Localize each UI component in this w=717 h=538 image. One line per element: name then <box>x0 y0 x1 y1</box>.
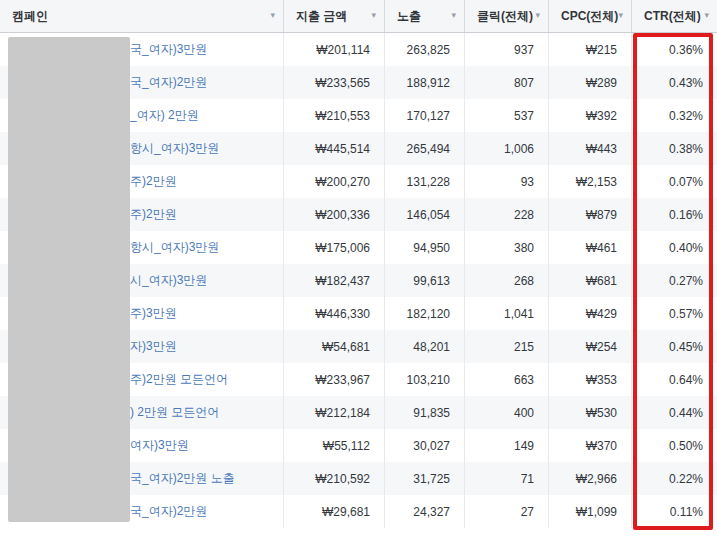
clicks-cell: 380 <box>465 231 549 264</box>
table-row: 시_여자)3만원₩182,43799,613268₩6810.27% <box>0 264 717 297</box>
spend-cell: ₩55,112 <box>284 429 385 462</box>
cpc-cell: ₩2,966 <box>549 462 632 495</box>
ctr-cell: 0.57% <box>632 297 717 330</box>
table-row: 자)3만원₩54,68148,201215₩2540.45% <box>0 330 717 363</box>
column-header-ctr[interactable]: CTR(전체) ▾ <box>632 0 717 32</box>
table-row: 여자)3만원₩55,11230,027149₩3700.50% <box>0 429 717 462</box>
column-header-label: 클릭(전체) <box>477 8 533 25</box>
spend-cell: ₩175,006 <box>284 231 385 264</box>
campaign-link[interactable]: 항시_여자)3만원 <box>130 239 219 256</box>
campaign-link[interactable]: ) 2만원 모든언어 <box>130 404 219 421</box>
spend-cell: ₩182,437 <box>284 264 385 297</box>
clicks-cell: 215 <box>465 330 549 363</box>
column-header-label: 지출 금액 <box>296 8 347 25</box>
column-header-spend[interactable]: 지출 금액 ▾ <box>284 0 385 32</box>
campaign-link[interactable]: 주)2만원 <box>130 173 177 190</box>
column-header-cpc[interactable]: CPC(전체) ▾ <box>549 0 632 32</box>
table-row: 항시_여자)3만원₩445,514265,4941,006₩4430.38% <box>0 132 717 165</box>
cpc-cell: ₩289 <box>549 66 632 99</box>
sort-chevron-icon[interactable]: ▾ <box>535 11 540 20</box>
ctr-cell: 0.22% <box>632 462 717 495</box>
campaign-cell: 여자)3만원 <box>0 429 284 462</box>
campaign-link[interactable]: 주)2만원 모든언어 <box>130 371 228 388</box>
campaign-link[interactable]: 항시_여자)3만원 <box>130 140 219 157</box>
campaign-link[interactable]: 시_여자)3만원 <box>130 272 207 289</box>
campaign-cell: 주)2만원 <box>0 165 284 198</box>
sort-chevron-icon[interactable]: ▾ <box>704 11 709 20</box>
campaign-report-table: 캠페인 ▾ 지출 금액 ▾ 노출 ▾ 클릭(전체) ▾ CPC(전체) ▾ CT… <box>0 0 717 538</box>
spend-cell: ₩54,681 <box>284 330 385 363</box>
cpc-cell: ₩429 <box>549 297 632 330</box>
campaign-cell: ) 2만원 모든언어 <box>0 396 284 429</box>
campaign-link[interactable]: 주)2만원 <box>130 206 177 223</box>
column-header-impressions[interactable]: 노출 ▾ <box>385 0 465 32</box>
impressions-cell: 263,825 <box>385 33 465 66</box>
clicks-cell: 937 <box>465 33 549 66</box>
campaign-cell: 주)3만원 <box>0 297 284 330</box>
impressions-cell: 31,725 <box>385 462 465 495</box>
sort-chevron-icon[interactable]: ▾ <box>451 11 456 20</box>
table-row: 주)3만원₩446,330182,1201,041₩4290.57% <box>0 297 717 330</box>
spend-cell: ₩233,967 <box>284 363 385 396</box>
column-header-clicks[interactable]: 클릭(전체) ▾ <box>465 0 549 32</box>
ctr-cell: 0.11% <box>632 495 717 528</box>
clicks-cell: 1,041 <box>465 297 549 330</box>
cpc-cell: ₩370 <box>549 429 632 462</box>
table-row: 국_여자)3만원₩201,114263,825937₩2150.36% <box>0 33 717 66</box>
ctr-cell: 0.44% <box>632 396 717 429</box>
ctr-cell: 0.27% <box>632 264 717 297</box>
campaign-cell: 주)2만원 모든언어 <box>0 363 284 396</box>
campaign-link[interactable]: 여자)3만원 <box>130 437 189 454</box>
impressions-cell: 188,912 <box>385 66 465 99</box>
campaign-link[interactable]: 국_여자)2만원 <box>130 503 207 520</box>
sort-chevron-icon[interactable]: ▾ <box>270 11 275 20</box>
cpc-cell: ₩1,099 <box>549 495 632 528</box>
impressions-cell: 265,494 <box>385 132 465 165</box>
ctr-cell: 0.07% <box>632 165 717 198</box>
sort-chevron-icon[interactable]: ▾ <box>618 11 623 20</box>
impressions-cell: 99,613 <box>385 264 465 297</box>
clicks-cell: 27 <box>465 495 549 528</box>
ctr-cell: 0.64% <box>632 363 717 396</box>
spend-cell: ₩210,553 <box>284 99 385 132</box>
campaign-cell: 국_여자)2만원 <box>0 495 284 528</box>
cpc-cell: ₩254 <box>549 330 632 363</box>
column-header-campaign[interactable]: 캠페인 ▾ <box>0 0 284 32</box>
cpc-cell: ₩215 <box>549 33 632 66</box>
clicks-cell: 149 <box>465 429 549 462</box>
spend-cell: ₩200,270 <box>284 165 385 198</box>
cpc-cell: ₩681 <box>549 264 632 297</box>
campaign-link[interactable]: 국_여자)2만원 노출 <box>130 470 235 487</box>
ctr-cell: 0.50% <box>632 429 717 462</box>
ctr-cell: 0.36% <box>632 33 717 66</box>
cpc-cell: ₩461 <box>549 231 632 264</box>
table-row: 국_여자)2만원₩29,68124,32727₩1,0990.11% <box>0 495 717 528</box>
ctr-cell: 0.45% <box>632 330 717 363</box>
cpc-cell: ₩392 <box>549 99 632 132</box>
table-body: 국_여자)3만원₩201,114263,825937₩2150.36%국_여자)… <box>0 33 717 528</box>
sort-chevron-icon[interactable]: ▾ <box>371 11 376 20</box>
campaign-cell: _여자) 2만원 <box>0 99 284 132</box>
spend-cell: ₩200,336 <box>284 198 385 231</box>
column-header-label: CPC(전체) <box>561 8 618 25</box>
ctr-cell: 0.43% <box>632 66 717 99</box>
campaign-link[interactable]: 국_여자)3만원 <box>130 41 207 58</box>
campaign-cell: 자)3만원 <box>0 330 284 363</box>
impressions-cell: 182,120 <box>385 297 465 330</box>
impressions-cell: 146,054 <box>385 198 465 231</box>
campaign-link[interactable]: 국_여자)2만원 <box>130 74 207 91</box>
campaign-cell: 국_여자)2만원 노출 <box>0 462 284 495</box>
campaign-link[interactable]: _여자) 2만원 <box>130 107 199 124</box>
cpc-cell: ₩2,153 <box>549 165 632 198</box>
spend-cell: ₩210,592 <box>284 462 385 495</box>
spend-cell: ₩212,184 <box>284 396 385 429</box>
table-row: _여자) 2만원₩210,553170,127537₩3920.32% <box>0 99 717 132</box>
spend-cell: ₩233,565 <box>284 66 385 99</box>
column-header-label: CTR(전체) <box>644 8 701 25</box>
column-header-label: 노출 <box>397 8 421 25</box>
campaign-link[interactable]: 자)3만원 <box>130 338 177 355</box>
ctr-cell: 0.40% <box>632 231 717 264</box>
clicks-cell: 268 <box>465 264 549 297</box>
campaign-link[interactable]: 주)3만원 <box>130 305 177 322</box>
table-header-row: 캠페인 ▾ 지출 금액 ▾ 노출 ▾ 클릭(전체) ▾ CPC(전체) ▾ CT… <box>0 0 717 33</box>
